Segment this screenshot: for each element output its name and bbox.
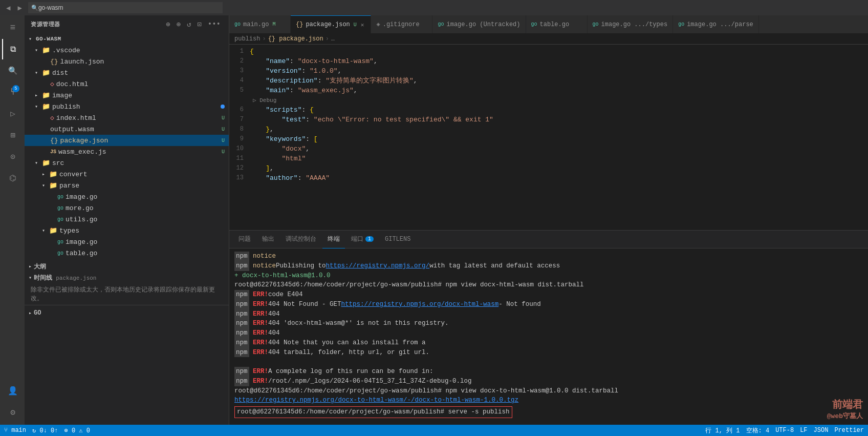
breadcrumb: publish › {} package.json › … <box>229 33 868 45</box>
tree-item-table-go[interactable]: go table.go <box>25 247 229 259</box>
panel-tabs: 问题 输出 调试控制台 终端 端口 1 GITLENS <box>229 231 868 248</box>
code-line: 2 "name": "docx-to-html-wasm", <box>229 56 868 66</box>
collapse-all-button[interactable]: ⊡ <box>195 19 203 30</box>
term-err: ERR! <box>253 290 268 300</box>
gitlens-label: GITLENS <box>385 236 410 243</box>
json-file-icon: {} <box>296 21 303 28</box>
activity-menu[interactable]: ≡ <box>2 17 23 38</box>
activity-testing[interactable]: ⌬ <box>2 168 23 189</box>
status-branch[interactable]: ⑂ main <box>4 427 26 434</box>
activity-account[interactable]: 👤 <box>2 381 23 401</box>
code-line: 7 "test": "echo \"Error: no test specifi… <box>229 115 868 124</box>
go-icon: go <box>57 251 63 256</box>
tree-item-src[interactable]: ▾ 📁 src <box>25 157 229 169</box>
file-name: table.go <box>66 250 229 257</box>
tab-label: image.go (Untracked) <box>446 21 520 28</box>
status-position[interactable]: 行 1, 列 1 <box>705 426 740 435</box>
activity-search[interactable]: 🔍 <box>2 60 23 81</box>
status-prettier[interactable]: Prettier <box>834 427 864 434</box>
status-errors[interactable]: ⊗ 0 ⚠ 0 <box>64 427 90 434</box>
status-eol[interactable]: LF <box>800 427 807 434</box>
term-line-empty <box>234 357 863 367</box>
activity-explorer[interactable]: ⧉ <box>2 39 23 59</box>
tree-item-output-wasm[interactable]: output.wasm U <box>25 123 229 135</box>
watermark-text: 前端君 <box>827 398 863 411</box>
terminal-label: 终端 <box>328 235 340 243</box>
outline-section-header[interactable]: ▸ 大纲 <box>25 261 229 272</box>
folder-icon: 📁 <box>49 181 57 190</box>
status-sync[interactable]: ↻ 0↓ 0↑ <box>32 427 58 434</box>
status-language[interactable]: JSON <box>814 427 829 434</box>
line-number: 6 <box>229 105 250 115</box>
tree-item-publish[interactable]: ▾ 📁 publish <box>25 101 229 112</box>
npm-label: npm <box>234 309 249 319</box>
tab-image-go-parse[interactable]: go image.go .../parse <box>673 15 759 33</box>
tree-item-package-json[interactable]: {} package.json U <box>25 135 229 146</box>
activity-git[interactable]: ⑂ 5 <box>2 82 23 102</box>
tree-item-dist[interactable]: ▾ 📁 dist <box>25 67 229 78</box>
breadcrumb-part-publish[interactable]: publish <box>234 35 260 43</box>
nav-back-button[interactable]: ◀ <box>4 3 12 13</box>
tree-item-launch-json[interactable]: {} launch.json <box>25 56 229 67</box>
close-tab-button[interactable]: ✕ <box>359 21 366 29</box>
activity-bar: ≡ ⧉ 🔍 ⑂ 5 ▷ ⊞ ⊙ ⌬ 👤 ⚙ <box>0 15 25 425</box>
tree-item-convert[interactable]: ▸ 📁 convert <box>25 169 229 180</box>
activity-run[interactable]: ▷ <box>2 103 23 124</box>
nav-forward-button[interactable]: ▶ <box>15 3 24 13</box>
terminal-content[interactable]: npm notice npm notice Publishing to http… <box>229 248 868 425</box>
activity-remote[interactable]: ⊙ <box>2 147 23 167</box>
tab-table-go[interactable]: go table.go <box>526 15 588 33</box>
tab-image-go-types[interactable]: go image.go .../types <box>588 15 674 33</box>
status-encoding[interactable]: UTF-8 <box>775 427 794 434</box>
new-file-button[interactable]: ⊕ <box>164 19 172 30</box>
tree-item-index-html[interactable]: ◇ index.html U <box>25 112 229 123</box>
panel-tab-debug-console[interactable]: 调试控制台 <box>280 231 321 248</box>
more-button[interactable]: ••• <box>206 19 223 30</box>
tree-item-types-image[interactable]: go image.go <box>25 236 229 247</box>
tree-item-utils-go[interactable]: go utils.go <box>25 214 229 225</box>
debug-button[interactable]: ▷ Debug <box>250 95 279 106</box>
tree-item-doc-html[interactable]: ◇ doc.html <box>25 78 229 90</box>
timeline-section-header[interactable]: ▾ 时间线 package.json <box>25 272 229 283</box>
search-input[interactable] <box>28 2 223 13</box>
term-err: ERR! <box>253 300 268 309</box>
activity-settings[interactable]: ⚙ <box>2 402 23 423</box>
panel-tab-problems[interactable]: 问题 <box>233 231 256 248</box>
tree-item-more-go[interactable]: go more.go <box>25 202 229 214</box>
term-err: ERR! <box>253 309 268 319</box>
term-line: npm ERR! A complete log of this run can … <box>234 367 863 377</box>
breadcrumb-part-file[interactable]: {} package.json <box>268 35 323 43</box>
npm-label: npm <box>234 252 249 261</box>
line-content: ▷ Debug <box>250 95 868 105</box>
tab-package-json[interactable]: {} package.json U ✕ <box>291 15 371 33</box>
go-icon: go <box>57 205 63 211</box>
panel-tab-output[interactable]: 输出 <box>257 231 279 248</box>
go-section-header[interactable]: ▸ GO <box>25 307 229 319</box>
tree-item-parse[interactable]: ▾ 📁 parse <box>25 180 229 191</box>
activity-extensions[interactable]: ⊞ <box>2 125 23 146</box>
panel-tab-ports[interactable]: 端口 1 <box>346 231 379 248</box>
line-number: 10 <box>229 144 250 154</box>
term-url: https://registry.npmjs.org/ <box>326 261 430 271</box>
tree-item-vscode[interactable]: ▾ 📁 .vscode <box>25 45 229 56</box>
term-last-line: root@d622761345d6:/home/coder/project/go… <box>234 406 512 418</box>
go-expand-icon: ▸ <box>29 310 32 316</box>
breadcrumb-part-more[interactable]: … <box>331 35 335 43</box>
panel-tab-gitlens[interactable]: GITLENS <box>380 231 416 248</box>
status-spaces[interactable]: 空格: 4 <box>746 426 770 435</box>
tree-item-parse-image[interactable]: go image.go <box>25 191 229 202</box>
code-line: 1 { <box>229 47 868 56</box>
term-line: root@d622761345d6:/home/coder/project/go… <box>234 386 863 396</box>
tree-item-image[interactable]: ▸ 📁 image <box>25 90 229 101</box>
tree-item-wasm-exec[interactable]: JS wasm_exec.js U <box>25 146 229 157</box>
tree-item-types[interactable]: ▾ 📁 types <box>25 225 229 236</box>
code-editor[interactable]: 1 { 2 "name": "docx-to-html-wasm", 3 "ve… <box>229 45 868 230</box>
panel-tab-terminal[interactable]: 终端 <box>322 231 345 248</box>
tree-item-go-wasm[interactable]: ▾ GO-WASM <box>25 33 229 45</box>
tab-image-go-untracked[interactable]: go image.go (Untracked) <box>432 15 526 33</box>
collapse-arrow: ▸ <box>42 171 48 177</box>
refresh-button[interactable]: ↺ <box>185 19 193 30</box>
tab-gitignore[interactable]: ◈ .gitignore <box>371 15 432 33</box>
tab-main-go[interactable]: go main.go M <box>229 15 291 33</box>
new-folder-button[interactable]: ⊕ <box>174 19 182 30</box>
